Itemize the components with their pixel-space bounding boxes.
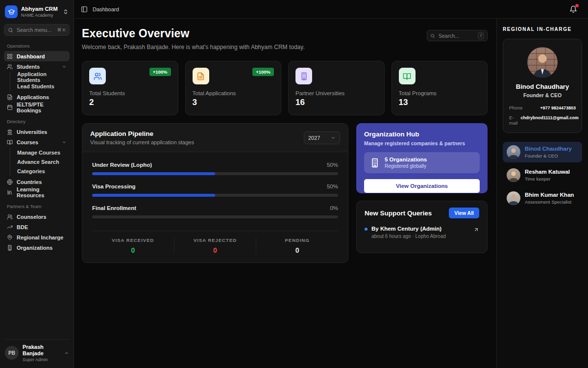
app-org: NAME Academy	[21, 13, 58, 18]
pipeline-stage: Under Review (Lopho) 50%	[92, 162, 338, 175]
app-name: Abhyam CRM	[21, 6, 58, 12]
main-area: Dashboard Executive Overview Welcome bac…	[74, 0, 588, 368]
person-row-binod-chaudhary[interactable]: Binod Chaudhary Founder & CEO	[503, 142, 582, 162]
person-row-bhim-kumar-khan[interactable]: Bhim Kumar Khan Assessment Specialist	[503, 188, 582, 209]
user-avatar: PB	[5, 346, 19, 360]
book-open-icon	[7, 139, 13, 145]
profile-photo	[527, 47, 558, 78]
search-slash-shortcut: /	[478, 32, 484, 39]
summary-pending: PENDING 0	[256, 237, 338, 254]
year-select[interactable]: 2027	[304, 131, 340, 144]
sidebar-item-universities[interactable]: Universities	[4, 127, 70, 137]
globe-icon	[7, 179, 13, 185]
notifications-button[interactable]	[569, 5, 577, 13]
sidebar-item-bde[interactable]: BDE	[4, 222, 70, 232]
sidebar-item-manage-courses[interactable]: Manage Courses	[14, 148, 70, 157]
main-content: Executive Overview Welcome back, Prakash…	[74, 19, 496, 368]
regional-incharge-panel: REGIONAL IN-CHARGE Binod Chaudhary Found…	[496, 19, 588, 368]
sidebar-item-lead-students[interactable]: Lead Students	[14, 81, 70, 91]
view-organizations-button[interactable]: View Organizations	[364, 179, 480, 193]
sidebar-item-applications[interactable]: Applications	[4, 92, 70, 102]
profile-email-row: E-mail chdrybnod1111@gmail.com	[509, 115, 576, 126]
pipeline-stage: Final Enrollment 0%	[92, 205, 338, 218]
university-building-icon	[300, 72, 308, 80]
arrow-up-right-icon	[473, 226, 479, 235]
breadcrumb: Dashboard	[93, 6, 119, 12]
search-icon	[430, 33, 435, 38]
students-submenu: Application Students Lead Students	[10, 72, 70, 91]
person-photo-silhouette	[527, 48, 558, 78]
global-search-input[interactable]	[438, 32, 475, 39]
chevrons-up-down-icon	[63, 9, 69, 15]
sidebar-user-menu[interactable]: PB Prakash Banjade Super Admin	[4, 339, 70, 363]
user-name: Prakash Banjade	[23, 344, 60, 357]
progress-track	[92, 194, 338, 197]
trend-badge: +100%	[252, 68, 274, 76]
view-all-button[interactable]: View All	[449, 208, 479, 218]
sidebar-item-counselors[interactable]: Counselors	[4, 211, 70, 222]
sidebar-item-ielts-pte-bookings[interactable]: IELTS/PTE Bookings	[4, 102, 70, 112]
sidebar-toggle-icon[interactable]	[81, 6, 88, 13]
trend-badge: +100%	[149, 68, 171, 76]
pipeline-title: Application Pipeline	[90, 130, 194, 137]
pipeline-summary: VISA RECEIVED 0 VISA REJECTED 0 PENDING …	[92, 231, 338, 263]
building-icon	[7, 245, 13, 251]
progress-track	[92, 172, 338, 175]
progress-fill	[92, 194, 215, 197]
chevron-down-icon	[62, 64, 67, 69]
sidebar-item-dashboard[interactable]: Dashboard	[4, 51, 70, 61]
sidebar-search-input[interactable]	[16, 26, 54, 33]
university-icon	[7, 129, 13, 135]
sidebar: Abhyam CRM NAME Academy ⌘ K Operations D…	[0, 0, 74, 368]
support-queries-card: New Support Queries View All By Khem Cen…	[356, 201, 488, 253]
stat-card-total-programs: Total Programs 13	[392, 61, 488, 115]
sidebar-item-countries[interactable]: Countries	[4, 177, 70, 187]
hub-title: Organization Hub	[364, 131, 480, 138]
sidebar-item-regional-incharge[interactable]: Regional Incharge	[4, 232, 70, 242]
trending-up-icon	[7, 224, 13, 230]
workspace-switcher[interactable]: Abhyam CRM NAME Academy	[4, 4, 70, 20]
calendar-icon	[7, 105, 13, 110]
summary-visa-rejected: VISA REJECTED 0	[174, 237, 256, 254]
users-round-icon	[7, 214, 13, 220]
page-subtitle: Welcome back, Prakash Banjade. Here is w…	[82, 44, 305, 51]
person-avatar	[507, 191, 520, 205]
programs-book-icon	[403, 72, 411, 80]
pipeline-subtitle: Visual tracking of current application s…	[90, 139, 194, 145]
support-title: New Support Queries	[365, 210, 432, 217]
chevron-down-icon	[331, 135, 336, 140]
users-icon	[7, 64, 13, 70]
sidebar-item-advance-search[interactable]: Advance Search	[14, 157, 70, 166]
search-icon	[8, 27, 13, 33]
regional-people-list: Binod Chaudhary Founder & CEO Resham Kat…	[503, 142, 582, 209]
panel-heading: REGIONAL IN-CHARGE	[503, 26, 582, 32]
courses-submenu: Manage Courses Advance Search Categories	[10, 148, 70, 176]
sidebar-item-learning-resources[interactable]: Learning Resources	[4, 187, 70, 197]
building-icon	[370, 158, 380, 168]
person-avatar	[507, 168, 520, 182]
hub-subtitle: Manage registered companies & partners	[364, 140, 480, 146]
library-icon	[7, 189, 13, 195]
graduation-cap-icon	[8, 8, 15, 16]
chevron-up-icon	[64, 350, 69, 356]
stats-row: +100% Total Students 2 +100% Total Appli…	[82, 61, 488, 115]
search-shortcut: ⌘ K	[57, 27, 66, 32]
sidebar-item-organizations[interactable]: Organizations	[4, 242, 70, 253]
pipeline-stage: Visa Processing 50%	[92, 184, 338, 197]
notification-dot	[575, 4, 579, 7]
sidebar-item-courses[interactable]: Courses	[4, 137, 70, 147]
app-logo	[5, 5, 18, 18]
support-query-item[interactable]: By Khem Century (Admin) about 6 hours ag…	[365, 226, 479, 239]
organizations-stat: 5 Organizations Registered globally	[364, 152, 480, 173]
regional-profile-card: Binod Chaudhary Founder & CEO Phone +977…	[503, 39, 582, 133]
person-row-resham-katuwal[interactable]: Resham Katuwal Time keeper	[503, 165, 582, 185]
sidebar-search[interactable]: ⌘ K	[4, 24, 70, 36]
section-label-operations: Operations	[7, 43, 67, 49]
global-search[interactable]: /	[427, 30, 488, 41]
sidebar-item-students[interactable]: Students	[4, 61, 70, 72]
summary-visa-received: VISA RECEIVED 0	[92, 237, 174, 254]
sidebar-item-categories[interactable]: Categories	[14, 166, 70, 176]
students-users-icon	[94, 72, 102, 80]
sidebar-item-application-students[interactable]: Application Students	[14, 72, 70, 81]
topbar: Dashboard	[74, 0, 588, 19]
